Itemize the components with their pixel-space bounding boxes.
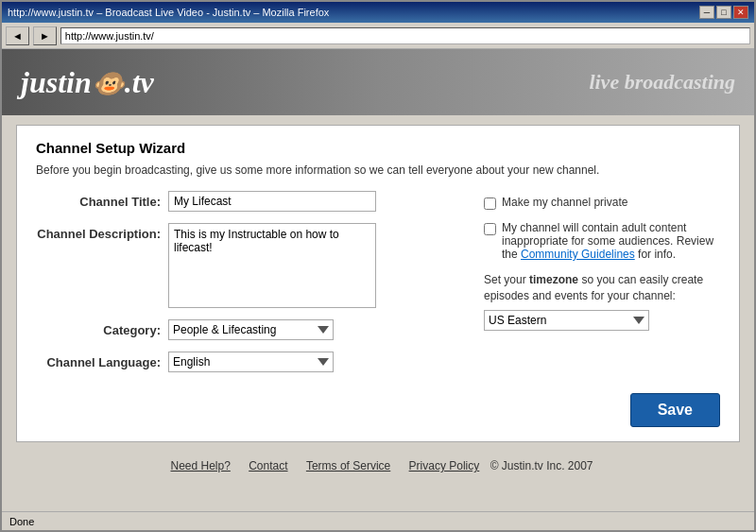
minimize-button[interactable]: ─ — [699, 6, 714, 19]
channel-title-label: Channel Title: — [36, 191, 168, 209]
privacy-link[interactable]: Privacy Policy — [409, 459, 480, 472]
private-checkbox[interactable] — [484, 197, 496, 210]
timezone-select[interactable]: US Eastern US Central US Mountain US Pac… — [484, 310, 649, 331]
form-right: Make my channel private My channel will … — [484, 191, 720, 384]
save-row: Save — [36, 393, 720, 427]
form-layout: Channel Title: Channel Description: This… — [36, 191, 720, 384]
terms-link[interactable]: Terms of Service — [306, 459, 390, 472]
channel-description-row: Channel Description: This is my Instruct… — [36, 223, 465, 308]
channel-language-label: Channel Language: — [36, 352, 168, 369]
logo: justin🐵.tv — [21, 65, 154, 100]
live-broadcasting-text: live broadcasting — [589, 70, 735, 94]
adult-checkbox[interactable] — [484, 223, 496, 235]
main-area: Channel Setup Wizard Before you begin br… — [2, 115, 754, 511]
community-guidelines-link[interactable]: Community Guidelines — [521, 248, 635, 261]
channel-title-row: Channel Title: — [36, 191, 465, 212]
maximize-button[interactable]: □ — [716, 6, 731, 19]
adult-checkbox-row: My channel will contain adult content in… — [484, 221, 720, 261]
title-bar: http://www.justin.tv – Broadcast Live Vi… — [2, 2, 754, 23]
channel-description-label: Channel Description: — [36, 223, 168, 241]
category-select-wrapper: People & Lifecasting Gaming Sports Music… — [168, 319, 334, 340]
wizard-subtitle: Before you begin broadcasting, give us s… — [36, 163, 720, 177]
timezone-select-wrapper: US Eastern US Central US Mountain US Pac… — [484, 310, 649, 331]
channel-description-input[interactable]: This is my Instructable on how to lifeca… — [168, 223, 376, 308]
timezone-section: Set your timezone so you can easily crea… — [484, 272, 720, 331]
forward-button[interactable]: ► — [33, 26, 57, 45]
wizard-title: Channel Setup Wizard — [36, 140, 720, 156]
private-checkbox-row: Make my channel private — [484, 196, 720, 210]
window-controls: ─ □ ✕ — [699, 6, 748, 19]
copyright-text: © Justin.tv Inc. 2007 — [490, 459, 593, 472]
address-bar[interactable] — [60, 27, 750, 44]
site-header: justin🐵.tv live broadcasting — [2, 49, 754, 115]
channel-title-input[interactable] — [168, 191, 376, 212]
adult-checkbox-label: My channel will contain adult content in… — [502, 221, 720, 261]
category-row: Category: People & Lifecasting Gaming Sp… — [36, 319, 465, 340]
window-title: http://www.justin.tv – Broadcast Live Vi… — [8, 7, 329, 18]
page-content: justin🐵.tv live broadcasting Channel Set… — [2, 49, 754, 511]
close-button[interactable]: ✕ — [733, 6, 748, 19]
need-help-link[interactable]: Need Help? — [170, 459, 230, 472]
status-bar: Done — [2, 511, 754, 530]
status-text: Done — [9, 516, 34, 527]
wizard-box: Channel Setup Wizard Before you begin br… — [16, 125, 740, 442]
logo-text: justin🐵.tv — [21, 65, 154, 99]
category-label: Category: — [36, 319, 168, 337]
form-left: Channel Title: Channel Description: This… — [36, 191, 465, 384]
channel-language-row: Channel Language: English Spanish French… — [36, 352, 465, 372]
language-select-wrapper: English Spanish French German Japanese C… — [168, 352, 334, 372]
logo-monkey-icon: 🐵 — [92, 69, 125, 98]
timezone-description: Set your timezone so you can easily crea… — [484, 272, 720, 304]
private-checkbox-label: Make my channel private — [502, 196, 627, 209]
browser-window: http://www.justin.tv – Broadcast Live Vi… — [0, 0, 756, 532]
category-select[interactable]: People & Lifecasting Gaming Sports Music… — [168, 319, 334, 340]
back-button[interactable]: ◄ — [6, 26, 29, 45]
browser-toolbar: ◄ ► — [2, 23, 754, 49]
language-select[interactable]: English Spanish French German Japanese C… — [168, 352, 334, 372]
footer: Need Help? Contact Terms of Service Priv… — [16, 452, 740, 480]
contact-link[interactable]: Contact — [249, 459, 287, 472]
save-button[interactable]: Save — [630, 393, 720, 427]
